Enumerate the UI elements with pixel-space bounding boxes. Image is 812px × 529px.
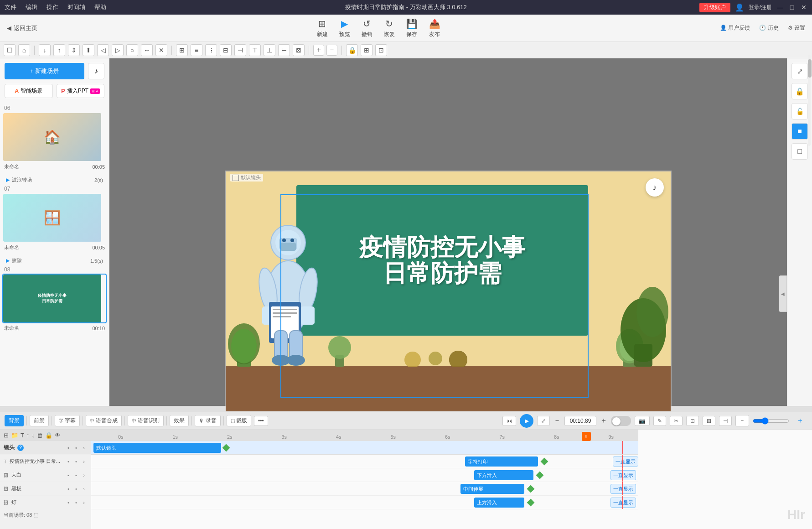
chevron-icon-1[interactable]: ›: [81, 445, 87, 451]
transition-item-2[interactable]: ▶ 擦除 1.5(s): [2, 256, 107, 265]
fullscreen-timeline-button[interactable]: ⤢: [537, 416, 550, 426]
settings-button[interactable]: ⚙ 设置: [788, 24, 805, 32]
copy-tool[interactable]: ⊞: [361, 44, 372, 56]
dot-icon-10[interactable]: •: [73, 499, 79, 506]
tab-voice-recog[interactable]: 中 语音识别: [128, 415, 164, 426]
dot-icon-1[interactable]: •: [65, 445, 72, 451]
new-action[interactable]: ⊞ 新建: [317, 18, 328, 38]
smart-scene-button[interactable]: A 智能场景: [5, 84, 53, 98]
insert-ppt-button[interactable]: P 插入PPT VIP: [57, 84, 105, 98]
delete-tool[interactable]: ✕: [155, 44, 167, 56]
snapshot-button[interactable]: 📷: [635, 416, 650, 426]
scene-item-06[interactable]: 06 🏠 未命名 00:05: [2, 104, 107, 171]
distribute-tool[interactable]: ⫶: [205, 44, 217, 56]
clip-text[interactable]: 字符打印: [465, 456, 538, 467]
align-top-tool[interactable]: ⬆: [83, 44, 94, 56]
dot-icon-9[interactable]: •: [65, 499, 72, 506]
scene-item-08[interactable]: 08 疫情防控无小事 日常防护需 未命名 00:10: [2, 265, 107, 333]
paste-tool[interactable]: ⊡: [375, 44, 387, 56]
music-button[interactable]: ♪: [88, 63, 104, 79]
flip-tool[interactable]: ↔: [141, 44, 153, 56]
dot-icon-4[interactable]: •: [73, 458, 79, 465]
edit-button[interactable]: ✎: [653, 416, 666, 426]
square-button[interactable]: □: [791, 143, 808, 160]
menu-file[interactable]: 文件: [5, 3, 16, 11]
cut-button[interactable]: ✂: [670, 416, 683, 426]
home-tool[interactable]: ⌂: [18, 44, 30, 56]
right-scroll-thumb[interactable]: [808, 59, 812, 78]
rotate-tool[interactable]: ○: [126, 44, 138, 56]
play-button[interactable]: ▶: [520, 414, 533, 428]
track-tool-7[interactable]: 🔒: [45, 432, 52, 439]
track-tool-4[interactable]: ↑: [26, 432, 30, 439]
undo-action[interactable]: ↺ 撤销: [362, 18, 372, 38]
canvas-right-expand[interactable]: ◀: [779, 275, 787, 312]
more-tabs-button[interactable]: •••: [254, 416, 268, 426]
tab-effects[interactable]: 效果: [170, 415, 189, 426]
upgrade-button[interactable]: 升级账户: [699, 3, 730, 12]
dot-icon-8[interactable]: •: [73, 486, 79, 492]
track-tool-5[interactable]: ↓: [31, 432, 35, 439]
minimize-button[interactable]: —: [776, 4, 784, 11]
help-icon[interactable]: ?: [17, 445, 24, 451]
select-tool[interactable]: ☐: [4, 44, 16, 56]
tab-foreground[interactable]: 前景: [30, 415, 49, 426]
chevron-icon-4[interactable]: ›: [81, 486, 87, 492]
align-button[interactable]: ⊟: [686, 416, 699, 426]
login-button[interactable]: 登录/注册: [749, 4, 772, 11]
lock-button-2[interactable]: 🔓: [791, 103, 808, 119]
new-scene-button[interactable]: + 新建场景: [5, 63, 84, 79]
chevron-icon-3[interactable]: ›: [81, 472, 87, 478]
greenboard[interactable]: 疫情防控无小事 日常防护需: [296, 185, 588, 336]
h-align-button[interactable]: ⊞: [703, 416, 715, 426]
track-tool-8[interactable]: 👁: [55, 432, 61, 439]
align-left-tool[interactable]: ◁: [97, 44, 109, 56]
menu-edit[interactable]: 编辑: [26, 3, 37, 11]
maximize-button[interactable]: □: [788, 4, 796, 11]
playhead-marker[interactable]: ⬇: [582, 432, 591, 441]
canvas-frame[interactable]: 默认镜头 疫情防控无小事 日常防护需: [225, 171, 672, 412]
clip-camera[interactable]: 默认镜头: [93, 443, 221, 453]
space-h-tool[interactable]: ⊣: [234, 44, 246, 56]
zoom-out-button[interactable]: －: [326, 45, 337, 56]
align-right-tool[interactable]: ▷: [112, 44, 124, 56]
dot-icon-6[interactable]: •: [73, 472, 79, 478]
history-button[interactable]: 🕐 历史: [759, 24, 778, 32]
zoom-slider[interactable]: [753, 417, 789, 425]
clip-light[interactable]: 上方滑入: [474, 498, 524, 508]
speed-toggle[interactable]: [611, 416, 631, 426]
minus-button[interactable]: －: [553, 416, 561, 425]
clip-board[interactable]: 中间伸展: [460, 484, 524, 494]
top-align-tool[interactable]: ⊥: [264, 44, 275, 56]
tab-crop[interactable]: ⬚ 裁版: [227, 415, 251, 426]
blue-square-button[interactable]: ■: [791, 123, 808, 140]
tab-voice-synth[interactable]: 中 语音合成: [86, 415, 122, 426]
track-tool-6[interactable]: 🗑: [37, 432, 43, 439]
feedback-button[interactable]: 👤 用户反馈: [720, 24, 750, 32]
rewind-button[interactable]: ⏮: [502, 416, 516, 426]
zoom-in-button[interactable]: ＋: [313, 45, 324, 56]
plus-button[interactable]: ＋: [600, 416, 607, 425]
close-button[interactable]: ✕: [800, 4, 807, 11]
zoom-out-tl[interactable]: －: [735, 415, 749, 426]
tab-caption[interactable]: 字 字幕: [55, 415, 80, 426]
right-align-tool[interactable]: ⊢: [278, 44, 290, 56]
align-h-tool[interactable]: ≡: [191, 44, 202, 56]
clip-daibai[interactable]: 下方滑入: [474, 470, 533, 480]
publish-action[interactable]: 📤 发布: [429, 18, 440, 38]
add-button[interactable]: ＋: [793, 415, 807, 427]
grid-tool[interactable]: ⊞: [176, 44, 188, 56]
align-down-tool[interactable]: ↓: [39, 44, 51, 56]
align-v-tool[interactable]: ⊟: [220, 44, 232, 56]
align-center-v-tool[interactable]: ⇕: [68, 44, 80, 56]
dot-icon-2[interactable]: •: [73, 445, 79, 451]
chevron-icon-5[interactable]: ›: [81, 499, 87, 506]
fullscreen-button[interactable]: ⤢: [791, 63, 808, 79]
lock-button-1[interactable]: 🔒: [791, 83, 808, 99]
split-button[interactable]: ⊣: [719, 416, 732, 426]
save-action[interactable]: 💾 保存: [406, 18, 418, 38]
preview-action[interactable]: ▶ 预览: [339, 18, 350, 38]
tab-background[interactable]: 背景: [5, 415, 24, 426]
music-indicator[interactable]: ♪: [646, 178, 664, 197]
dot-icon-5[interactable]: •: [65, 472, 72, 478]
